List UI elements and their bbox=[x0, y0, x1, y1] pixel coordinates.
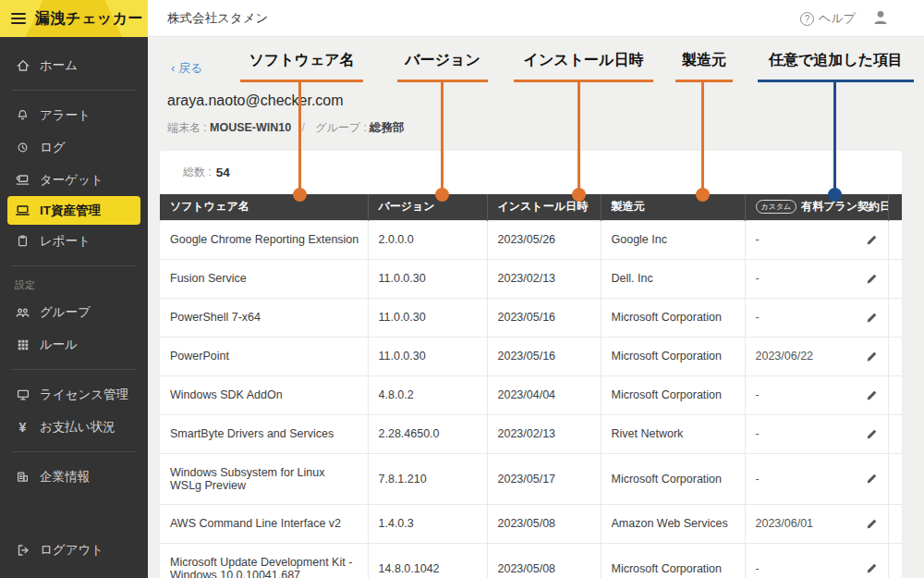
stub-cell bbox=[888, 375, 902, 414]
sidebar-item-it-assets[interactable]: IT資産管理 bbox=[7, 196, 140, 225]
user-email: araya.naoto@checker.com bbox=[167, 92, 344, 109]
help-button[interactable]: ? ヘルプ bbox=[800, 0, 856, 37]
sidebar-item-report[interactable]: レポート bbox=[0, 225, 148, 257]
edit-pencil-icon[interactable] bbox=[865, 233, 879, 247]
sidebar-item-target[interactable]: ターゲット bbox=[0, 164, 148, 196]
sidebar-divider bbox=[11, 369, 137, 370]
edit-pencil-icon[interactable] bbox=[865, 388, 879, 402]
stub-cell bbox=[888, 259, 902, 298]
question-circle-icon: ? bbox=[800, 12, 814, 26]
sidebar-item-payment[interactable]: ¥お支払い状況 bbox=[0, 411, 148, 443]
clipboard-icon bbox=[15, 233, 30, 249]
table-row[interactable]: PowerShell 7-x64 11.0.0.30 2023/05/16 Mi… bbox=[160, 298, 902, 337]
user-account-icon[interactable] bbox=[871, 8, 890, 31]
software-name-cell: Google Chrome Reporting Extension bbox=[160, 220, 368, 259]
stub-cell bbox=[888, 220, 902, 259]
column-header-software-name: ソフトウェア名 bbox=[160, 194, 368, 220]
table-row[interactable]: AWS Command Line Interface v2 1.4.0.3 20… bbox=[160, 504, 902, 543]
table-row[interactable]: SmartByte Drivers and Services 2.28.4650… bbox=[160, 414, 902, 453]
hamburger-menu-icon[interactable] bbox=[11, 13, 26, 24]
version-cell: 2.0.0.0 bbox=[368, 220, 487, 259]
contract-date-cell: - bbox=[745, 298, 888, 337]
software-name-cell: PowerPoint bbox=[160, 337, 368, 375]
edit-pencil-icon[interactable] bbox=[865, 561, 879, 575]
maker-cell: Microsoft Corporation bbox=[601, 337, 745, 375]
stub-cell bbox=[888, 337, 902, 375]
sidebar-item-rule[interactable]: ルール bbox=[0, 328, 148, 361]
building-icon bbox=[15, 469, 30, 485]
callout-underline bbox=[240, 80, 363, 82]
maker-cell: Amazon Web Services bbox=[601, 504, 745, 543]
sidebar-item-logout[interactable]: ログアウト bbox=[0, 534, 148, 566]
callout-label: 任意で追加した項目 bbox=[769, 51, 903, 70]
table-row[interactable]: PowerPoint 11.0.0.30 2023/05/16 Microsof… bbox=[160, 337, 902, 375]
table-row[interactable]: Microsoft Update Development Kit -Window… bbox=[160, 543, 902, 578]
grid-icon bbox=[15, 337, 30, 352]
maker-cell: Microsoft Corporation bbox=[601, 375, 745, 414]
bell-icon bbox=[15, 107, 30, 123]
yen-icon: ¥ bbox=[15, 419, 30, 435]
history-icon bbox=[15, 140, 30, 155]
callout-underline bbox=[675, 80, 733, 82]
version-cell: 11.0.0.30 bbox=[368, 298, 487, 337]
edit-pencil-icon[interactable] bbox=[865, 427, 879, 441]
install-date-cell: 2023/02/13 bbox=[487, 259, 601, 298]
software-list-card: 総数 :54 ソフトウェア名 バージョン インストール日時 製造元 カスタム有料… bbox=[160, 151, 902, 578]
sidebar-item-home[interactable]: ホーム bbox=[0, 49, 148, 81]
sidebar-divider bbox=[11, 90, 137, 91]
total-count: 総数 :54 bbox=[160, 151, 902, 194]
column-header-contract-date: カスタム有料プラン契約日 bbox=[745, 194, 888, 220]
install-date-cell: 2023/05/17 bbox=[487, 453, 601, 504]
device-label: 端末名 : bbox=[167, 121, 207, 134]
maker-cell: Microsoft Corporation bbox=[601, 543, 745, 578]
edit-pencil-icon[interactable] bbox=[865, 517, 879, 531]
sidebar-item-alert[interactable]: アラート bbox=[0, 99, 148, 131]
table-row[interactable]: Fusion Service 11.0.0.30 2023/02/13 Dell… bbox=[160, 259, 902, 298]
table-row[interactable]: Windows Subsystem for LinuxWSLg Preview … bbox=[160, 453, 902, 504]
software-name-cell: Windows Subsystem for LinuxWSLg Preview bbox=[160, 453, 368, 504]
app-logo: 漏洩チェッカー bbox=[0, 0, 148, 37]
maker-cell: Microsoft Corporation bbox=[601, 298, 745, 337]
sidebar-item-license[interactable]: ライセンス管理 bbox=[0, 378, 148, 411]
monitor-icon bbox=[15, 387, 30, 402]
software-name-cell: PowerShell 7-x64 bbox=[160, 298, 368, 337]
maker-cell: Dell. Inc bbox=[601, 259, 745, 298]
version-cell: 11.0.0.30 bbox=[368, 337, 487, 375]
install-date-cell: 2023/05/16 bbox=[487, 337, 601, 375]
sidebar-item-group[interactable]: グループ bbox=[0, 296, 148, 328]
callout-underline bbox=[758, 80, 914, 82]
contract-date-cell: - bbox=[745, 259, 888, 298]
version-cell: 7.8.1.210 bbox=[368, 453, 487, 504]
column-header-maker: 製造元 bbox=[601, 194, 745, 220]
separator: / bbox=[302, 121, 305, 134]
callout-label: 製造元 bbox=[682, 51, 726, 70]
sidebar-item-log[interactable]: ログ bbox=[0, 131, 148, 164]
software-name-cell: Windows SDK AddOn bbox=[160, 375, 368, 414]
sidebar: ホームアラートログターゲットIT資産管理レポート設定グループルールライセンス管理… bbox=[0, 37, 148, 578]
stub-cell bbox=[888, 414, 902, 453]
sidebar-divider bbox=[11, 451, 137, 452]
edit-pencil-icon[interactable] bbox=[865, 272, 879, 286]
software-name-cell: SmartByte Drivers and Services bbox=[160, 414, 368, 453]
callout-underline bbox=[397, 80, 488, 82]
column-header-install-date: インストール日時 bbox=[487, 194, 601, 220]
contract-date-cell: 2023/06/01 bbox=[745, 504, 888, 543]
table-row[interactable]: Windows SDK AddOn 4.8.0.2 2023/04/04 Mic… bbox=[160, 375, 902, 414]
back-link[interactable]: ‹ 戻る bbox=[171, 60, 202, 77]
sidebar-item-company-info[interactable]: 企業情報 bbox=[0, 461, 148, 493]
top-bar: 漏洩チェッカー 株式会社スタメン ? ヘルプ bbox=[0, 0, 924, 37]
edit-pencil-icon[interactable] bbox=[865, 472, 879, 486]
column-header-stub bbox=[888, 194, 902, 220]
maker-cell: Google Inc bbox=[601, 220, 745, 259]
group-label: グループ : bbox=[315, 121, 367, 134]
contract-date-cell: - bbox=[745, 375, 888, 414]
sidebar-divider bbox=[11, 265, 137, 266]
table-row[interactable]: Google Chrome Reporting Extension 2.0.0.… bbox=[160, 220, 902, 259]
contract-date-cell: - bbox=[745, 453, 888, 504]
install-date-cell: 2023/02/13 bbox=[487, 414, 601, 453]
edit-pencil-icon[interactable] bbox=[865, 350, 879, 363]
table-body: Google Chrome Reporting Extension 2.0.0.… bbox=[160, 220, 902, 578]
edit-pencil-icon[interactable] bbox=[865, 311, 879, 325]
install-date-cell: 2023/05/08 bbox=[487, 543, 601, 578]
people-icon bbox=[15, 304, 30, 320]
